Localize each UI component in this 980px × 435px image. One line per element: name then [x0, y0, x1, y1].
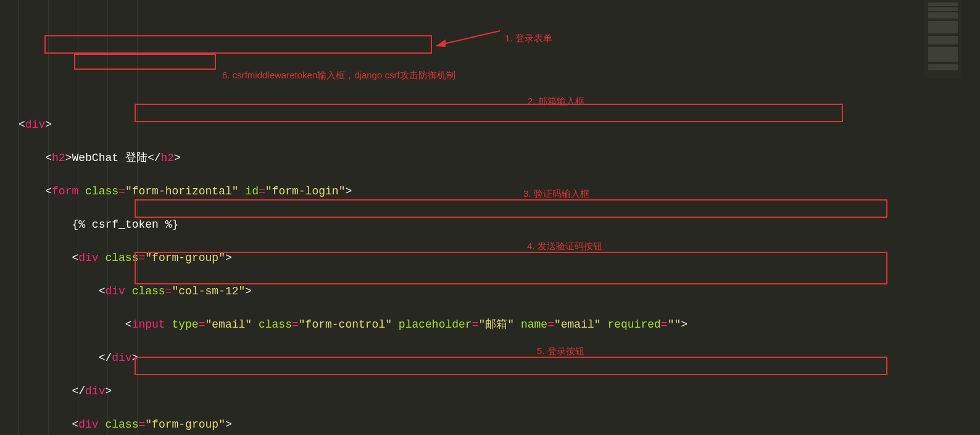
code-line: <div class="form-group">	[19, 416, 961, 433]
code-line: <h2>WebChat 登陆</h2>	[19, 150, 961, 167]
code-line: <form class="form-horizontal" id="form-l…	[19, 183, 961, 200]
code-line: <input type="email" class="form-control"…	[19, 317, 961, 333]
highlight-box-csrf	[74, 54, 216, 70]
highlight-box-form-tag	[44, 35, 432, 54]
code-editor[interactable]: <div> <h2>WebChat 登陆</h2> <form class="f…	[0, 0, 961, 435]
minimap[interactable]	[924, 0, 961, 435]
annotation-1: 1. 登录表单	[505, 30, 552, 46]
code-line: </div>	[19, 383, 961, 400]
annotation-4: 4. 发送验证码按钮	[527, 238, 602, 254]
annotation-2: 2. 邮箱输入框	[528, 93, 584, 109]
annotation-arrow	[432, 25, 506, 49]
annotation-6: 6. csrfmiddlewaretoken输入框，django csrf攻击防…	[222, 67, 455, 83]
annotation-3: 3. 验证码输入框	[523, 185, 589, 202]
code-line: <div class="form-group">	[19, 250, 961, 267]
annotation-5: 5. 登录按钮	[537, 342, 584, 359]
svg-line-0	[441, 31, 500, 44]
svg-marker-1	[435, 39, 446, 47]
code-line: <div class="col-sm-12">	[19, 283, 961, 300]
code-line: </div>	[19, 350, 961, 367]
code-line: <div>	[19, 117, 961, 133]
code-line: {% csrf_token %}	[19, 217, 961, 233]
highlight-box-code-input	[135, 199, 887, 218]
